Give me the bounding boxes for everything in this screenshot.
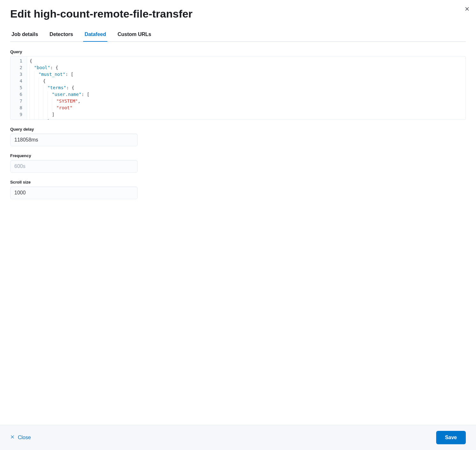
close-label: Close — [18, 435, 31, 440]
line-gutter: 1 2 3 4 5 6 7 8 9 10 — [11, 56, 27, 120]
frequency-input[interactable] — [10, 160, 138, 173]
query-label: Query — [10, 49, 466, 54]
query-editor[interactable]: 1 2 3 4 5 6 7 8 9 10 {"bool": {"must_not… — [10, 56, 466, 120]
close-icon — [10, 435, 15, 440]
tab-datafeed[interactable]: Datafeed — [83, 28, 107, 42]
page-title: Edit high-count-remote-file-transfer — [10, 8, 466, 20]
tab-job-details[interactable]: Job details — [10, 28, 40, 42]
tab-detectors[interactable]: Detectors — [48, 28, 75, 42]
code-body[interactable]: {"bool": {"must_not": [{"terms": {"user.… — [27, 56, 465, 120]
footer: Close Save — [0, 425, 476, 450]
tabs: Job detailsDetectorsDatafeedCustom URLs — [10, 28, 466, 42]
query-delay-label: Query delay — [10, 127, 466, 132]
scroll-size-input[interactable] — [10, 186, 138, 199]
query-delay-input[interactable] — [10, 134, 138, 146]
frequency-label: Frequency — [10, 153, 466, 158]
close-button[interactable]: Close — [10, 435, 31, 440]
tab-custom-urls[interactable]: Custom URLs — [116, 28, 153, 42]
scroll-size-label: Scroll size — [10, 180, 466, 185]
save-button[interactable]: Save — [436, 431, 466, 444]
close-icon[interactable] — [463, 5, 471, 13]
